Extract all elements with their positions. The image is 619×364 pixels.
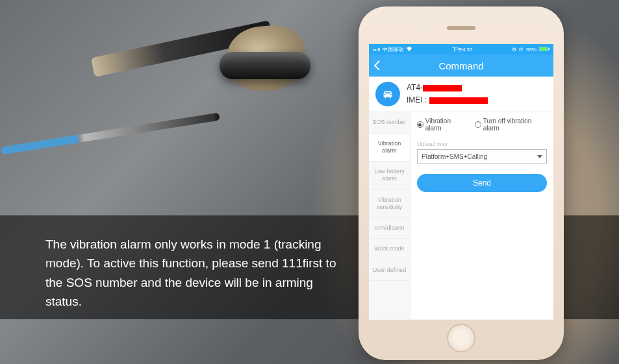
sidebar-item-user-defined[interactable]: User-defined [369, 260, 410, 281]
back-button[interactable] [369, 55, 385, 77]
select-value: Platform+SMS+Calling [422, 153, 487, 160]
chevron-down-icon [537, 155, 542, 158]
radio-label: Vibration alarm [425, 117, 467, 132]
upload-way-label: Upload way [417, 141, 547, 147]
carrier-label: 中国移动 [383, 46, 403, 53]
sidebar-item-vibration-sensitivity[interactable]: Vibration sensitivity [369, 190, 410, 219]
vibration-radio-group: Vibration alarm Turn off vibration alarm [417, 117, 547, 132]
sidebar-item-vibration-alarm[interactable]: Vibration alarm [369, 134, 410, 162]
chevron-left-icon [373, 60, 381, 71]
send-button[interactable]: Send [417, 174, 547, 192]
page-title: Command [369, 60, 553, 71]
device-name: AT4- [407, 82, 488, 94]
svg-rect-2 [548, 48, 550, 50]
battery-icon [539, 47, 550, 53]
sidebar-item-arm-disarm[interactable]: Arm/disarm [369, 218, 410, 239]
phone-screen: ••ıll 中国移动 下午4:37 ⚙ ⟳ 93% Command [369, 44, 553, 320]
command-content: Vibration alarm Turn off vibration alarm… [411, 112, 553, 319]
signal-icon: ••ıll [373, 47, 380, 53]
status-bar: ••ıll 中国移动 下午4:37 ⚙ ⟳ 93% [369, 44, 553, 55]
radio-dot-icon [475, 121, 481, 128]
wifi-icon [406, 46, 412, 53]
redaction-bar [429, 97, 488, 104]
phone-speaker [447, 26, 475, 30]
device-imei: IMEI : [407, 94, 488, 106]
radio-vibration-off[interactable]: Turn off vibration alarm [475, 117, 547, 132]
sidebar-item-work-mode[interactable]: Work mode [369, 239, 410, 260]
status-time: 下午4:37 [452, 46, 473, 53]
home-button[interactable] [447, 324, 475, 352]
radio-vibration-on[interactable]: Vibration alarm [417, 117, 467, 132]
sidebar-item-sos-number[interactable]: SOS number [369, 112, 410, 133]
upload-way-select[interactable]: Platform+SMS+Calling [417, 149, 547, 164]
command-sidebar: SOS numberVibration alarmLow battery ala… [369, 112, 411, 319]
bluetooth-icon: ⚙ [512, 47, 516, 53]
radio-label: Turn off vibration alarm [483, 117, 547, 132]
nav-bar: Command [369, 55, 553, 77]
car-icon [375, 82, 400, 106]
redaction-bar [423, 85, 462, 91]
sidebar-item-low-battery-alarm[interactable]: Low battery alarm [369, 162, 410, 190]
radio-dot-icon [417, 121, 423, 128]
caption-text: The vibration alarm only works in mode 1… [45, 235, 344, 311]
phone-frame: ••ıll 中国移动 下午4:37 ⚙ ⟳ 93% Command [359, 6, 564, 360]
device-info-row: AT4- IMEI : [369, 77, 553, 112]
svg-rect-1 [540, 47, 548, 51]
battery-label: 93% [526, 47, 537, 53]
loading-icon: ⟳ [519, 47, 524, 53]
car-door-handle [220, 52, 310, 79]
